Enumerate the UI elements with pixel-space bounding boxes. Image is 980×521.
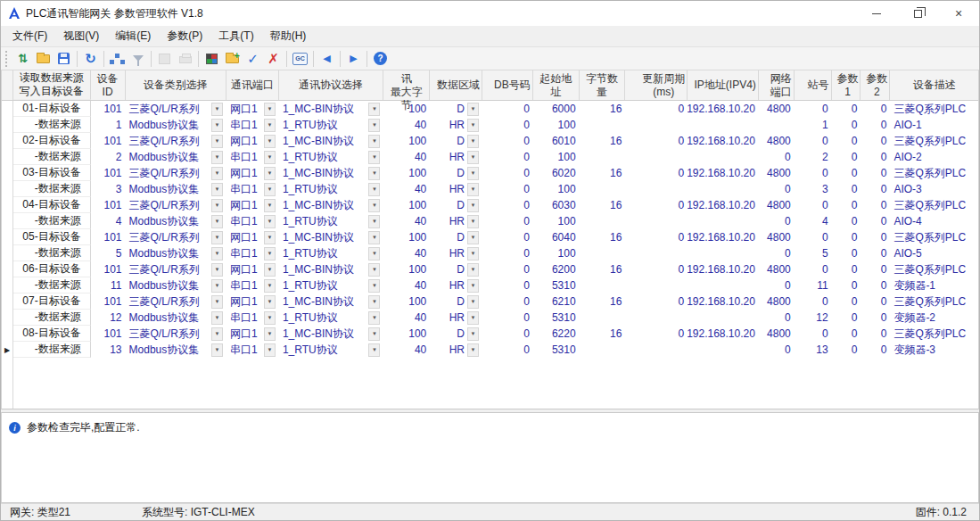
cell-device-type[interactable]: 三菱Q/L/R系列 xyxy=(126,261,227,277)
cell-db-number[interactable]: 0 xyxy=(482,117,533,133)
cell-station-number[interactable]: 11 xyxy=(795,277,832,294)
cell-protocol[interactable]: 1_MC-BIN协议 xyxy=(279,229,384,245)
table-row[interactable]: 08-目标设备 101 三菱Q/L/R系列 网口1 1_MC-BIN协议 100… xyxy=(2,326,978,342)
cell-start-address[interactable]: 100 xyxy=(533,213,580,229)
cell-byte-count[interactable] xyxy=(580,181,626,197)
cell-source-target[interactable]: -数据来源 xyxy=(13,277,91,294)
cell-db-number[interactable]: 0 xyxy=(482,326,533,342)
cell-db-number[interactable]: 0 xyxy=(482,294,533,310)
cell-start-address[interactable]: 5310 xyxy=(533,310,580,326)
cell-data-area[interactable]: D xyxy=(430,165,482,181)
dropdown-icon[interactable] xyxy=(368,183,380,196)
cell-db-number[interactable]: 0 xyxy=(482,213,533,229)
cell-network-port[interactable]: 4800 xyxy=(759,261,795,277)
cell-param1[interactable]: 0 xyxy=(832,165,861,181)
cell-source-target[interactable]: -数据来源 xyxy=(13,213,91,229)
cell-description[interactable]: 三菱Q系列PLC xyxy=(890,326,978,342)
next-icon[interactable]: ▶ xyxy=(343,49,364,69)
cell-ip-address[interactable]: 192.168.10.20 xyxy=(688,133,759,149)
cell-max-bytes[interactable]: 100 xyxy=(383,294,430,310)
cell-ip-address[interactable] xyxy=(688,149,759,165)
cell-param1[interactable]: 0 xyxy=(832,197,861,213)
cell-param2[interactable]: 0 xyxy=(861,181,890,197)
cell-start-address[interactable]: 6210 xyxy=(533,294,580,310)
cell-network-port[interactable]: 0 xyxy=(759,149,795,165)
cell-update-cycle[interactable] xyxy=(625,149,688,165)
menu-item[interactable]: 帮助(H) xyxy=(262,26,315,46)
cell-device-id[interactable]: 5 xyxy=(91,245,126,261)
dropdown-icon[interactable] xyxy=(264,151,276,164)
dropdown-icon[interactable] xyxy=(264,327,276,341)
cell-station-number[interactable]: 1 xyxy=(795,117,832,133)
cell-max-bytes[interactable]: 100 xyxy=(383,197,430,213)
cell-byte-count[interactable]: 16 xyxy=(580,326,626,342)
cell-param2[interactable]: 0 xyxy=(861,229,890,245)
dropdown-icon[interactable] xyxy=(264,295,276,309)
minimize-button[interactable] xyxy=(856,1,897,26)
cell-protocol[interactable]: 1_RTU协议 xyxy=(279,342,384,358)
dropdown-icon[interactable] xyxy=(368,311,380,325)
cell-description[interactable]: 三菱Q系列PLC xyxy=(890,197,978,213)
cell-byte-count[interactable]: 16 xyxy=(580,165,626,181)
cell-update-cycle[interactable]: 0 xyxy=(625,261,688,277)
dropdown-icon[interactable] xyxy=(264,167,276,180)
cell-param2[interactable]: 0 xyxy=(861,277,890,294)
dropdown-icon[interactable] xyxy=(264,135,276,148)
cell-ip-address[interactable] xyxy=(688,310,759,326)
cell-max-bytes[interactable]: 40 xyxy=(383,310,430,326)
cell-param1[interactable]: 0 xyxy=(832,149,861,165)
cell-device-type[interactable]: Modbus协议集 xyxy=(126,117,227,133)
cell-start-address[interactable]: 100 xyxy=(533,149,580,165)
cell-source-target[interactable]: 04-目标设备 xyxy=(13,197,91,213)
cell-byte-count[interactable]: 16 xyxy=(580,101,626,117)
cell-start-address[interactable]: 5310 xyxy=(533,277,580,294)
cell-device-type[interactable]: 三菱Q/L/R系列 xyxy=(126,326,227,342)
previous-icon[interactable]: ◀ xyxy=(317,49,337,69)
dropdown-icon[interactable] xyxy=(467,279,479,293)
dropdown-icon[interactable] xyxy=(467,295,479,309)
cell-db-number[interactable]: 0 xyxy=(482,245,533,261)
cell-max-bytes[interactable]: 40 xyxy=(383,277,430,294)
cell-station-number[interactable]: 0 xyxy=(795,133,832,149)
cell-max-bytes[interactable]: 100 xyxy=(383,165,430,181)
cell-data-area[interactable]: HR xyxy=(430,342,482,358)
cell-station-number[interactable]: 0 xyxy=(795,165,832,181)
cell-device-type[interactable]: 三菱Q/L/R系列 xyxy=(126,165,227,181)
cell-max-bytes[interactable]: 40 xyxy=(383,181,430,197)
cell-device-id[interactable]: 4 xyxy=(91,213,126,229)
cell-byte-count[interactable]: 16 xyxy=(580,133,626,149)
cell-max-bytes[interactable]: 100 xyxy=(383,101,430,117)
cell-update-cycle[interactable] xyxy=(625,213,688,229)
cell-db-number[interactable]: 0 xyxy=(482,310,533,326)
cell-ip-address[interactable] xyxy=(688,117,759,133)
cell-db-number[interactable]: 0 xyxy=(482,181,533,197)
cell-protocol[interactable]: 1_RTU协议 xyxy=(279,310,384,326)
cell-byte-count[interactable] xyxy=(580,213,626,229)
cell-station-number[interactable]: 0 xyxy=(795,294,832,310)
cell-data-area[interactable]: HR xyxy=(430,245,482,261)
cell-ip-address[interactable]: 192.168.10.20 xyxy=(688,229,759,245)
cell-param1[interactable]: 0 xyxy=(832,294,861,310)
cell-device-id[interactable]: 101 xyxy=(91,326,126,342)
cell-max-bytes[interactable]: 100 xyxy=(383,261,430,277)
cell-network-port[interactable]: 4800 xyxy=(759,101,795,117)
device-grid-icon[interactable] xyxy=(202,49,222,69)
dropdown-icon[interactable] xyxy=(467,151,479,164)
add-group-icon[interactable]: + xyxy=(222,49,243,69)
cell-ip-address[interactable]: 192.168.10.20 xyxy=(688,165,759,181)
cell-device-id[interactable]: 13 xyxy=(91,342,126,358)
cell-data-area[interactable]: D xyxy=(430,101,482,117)
cell-update-cycle[interactable]: 0 xyxy=(625,133,688,149)
cell-device-type[interactable]: Modbus协议集 xyxy=(126,245,227,261)
table-row[interactable]: 01-目标设备 101 三菱Q/L/R系列 网口1 1_MC-BIN协议 100… xyxy=(2,101,978,117)
cell-comm-port[interactable]: 网口1 xyxy=(226,197,279,213)
cell-source-target[interactable]: 06-目标设备 xyxy=(13,261,91,277)
dropdown-icon[interactable] xyxy=(368,167,380,180)
cell-comm-port[interactable]: 串口1 xyxy=(226,342,279,358)
cell-source-target[interactable]: 01-目标设备 xyxy=(13,101,91,117)
cell-ip-address[interactable] xyxy=(688,181,759,197)
cell-description[interactable]: 变频器-1 xyxy=(890,277,978,294)
dropdown-icon[interactable] xyxy=(264,199,276,212)
cell-data-area[interactable]: D xyxy=(430,229,482,245)
cell-station-number[interactable]: 0 xyxy=(795,197,832,213)
